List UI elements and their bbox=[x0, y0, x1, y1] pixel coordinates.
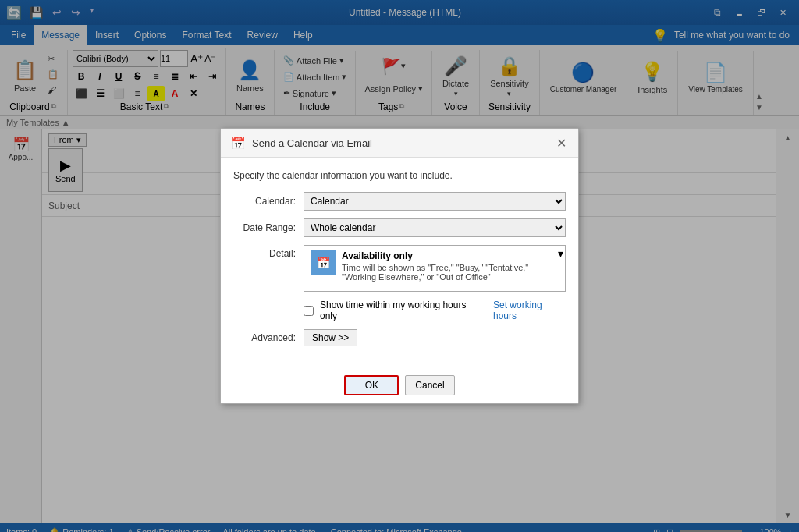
cancel-button[interactable]: Cancel bbox=[405, 375, 454, 395]
calendar-label: Calendar: bbox=[233, 196, 304, 207]
detail-row: Detail: 📅 Availability only Time will be… bbox=[233, 245, 566, 292]
modal-overlay: 📅 Send a Calendar via Email ✕ Specify th… bbox=[0, 0, 799, 532]
detail-description: Time will be shown as "Free," "Busy," "T… bbox=[342, 263, 559, 282]
detail-title: Availability only bbox=[342, 250, 559, 261]
calendar-row: Calendar: Calendar bbox=[233, 192, 566, 211]
detail-label: Detail: bbox=[233, 245, 304, 259]
advanced-row: Advanced: Show >> bbox=[233, 329, 566, 346]
show-advanced-button[interactable]: Show >> bbox=[304, 329, 357, 346]
modal-footer: OK Cancel bbox=[221, 367, 578, 403]
date-range-row: Date Range: Whole calendar bbox=[233, 218, 566, 237]
set-working-hours-link[interactable]: Set working hours bbox=[493, 300, 566, 321]
modal-description: Specify the calendar information you wan… bbox=[233, 170, 566, 181]
modal-header: 📅 Send a Calendar via Email ✕ bbox=[221, 129, 578, 158]
working-hours-label: Show time within my working hours only bbox=[320, 300, 481, 321]
date-range-select[interactable]: Whole calendar bbox=[304, 218, 566, 237]
working-hours-checkbox[interactable] bbox=[304, 306, 314, 316]
detail-text: Availability only Time will be shown as … bbox=[342, 250, 559, 282]
detail-icon: 📅 bbox=[311, 250, 336, 275]
detail-dropdown-arrow[interactable]: ▾ bbox=[558, 247, 563, 260]
advanced-label: Advanced: bbox=[233, 332, 304, 343]
calendar-detail-icon: 📅 bbox=[317, 257, 330, 269]
calendar-email-icon: 📅 bbox=[230, 136, 246, 151]
modal-title: 📅 Send a Calendar via Email bbox=[230, 136, 372, 151]
ok-button[interactable]: OK bbox=[344, 375, 399, 395]
modal-close-button[interactable]: ✕ bbox=[553, 135, 569, 151]
calendar-email-modal: 📅 Send a Calendar via Email ✕ Specify th… bbox=[220, 128, 579, 404]
detail-box[interactable]: 📅 Availability only Time will be shown a… bbox=[304, 245, 566, 292]
modal-body: Specify the calendar information you wan… bbox=[221, 158, 578, 367]
date-range-label: Date Range: bbox=[233, 222, 304, 233]
working-hours-row: Show time within my working hours only S… bbox=[233, 300, 566, 321]
calendar-select[interactable]: Calendar bbox=[304, 192, 566, 211]
